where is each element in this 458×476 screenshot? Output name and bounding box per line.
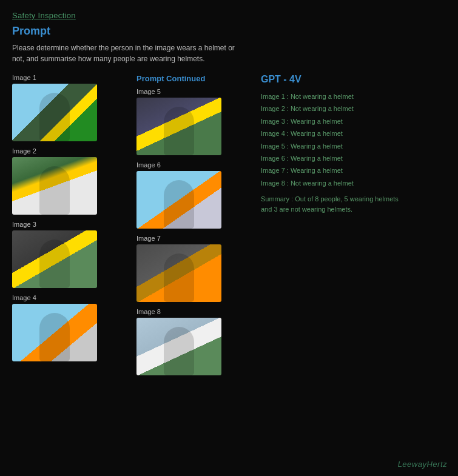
image-2-label: Image 2 — [12, 147, 118, 155]
gpt-result-6: Image 6 : Wearing a helmet — [261, 154, 446, 163]
gpt-result-3: Image 3 : Wearing a helmet — [261, 117, 446, 126]
right-column: GPT - 4V Image 1 : Not wearing a helmet … — [261, 74, 446, 381]
image-3-label: Image 3 — [12, 221, 118, 228]
gpt-summary: Summary : Out of 8 people, 5 wearing hel… — [261, 194, 400, 214]
image-block-6: Image 6 — [136, 161, 243, 229]
gpt-result-1: Image 1 : Not wearing a helmet — [261, 92, 446, 101]
image-6-label: Image 6 — [136, 161, 243, 169]
image-1-label: Image 1 — [12, 74, 118, 81]
image-7 — [136, 244, 221, 302]
main-content: Image 1 Image 2 Image 3 Image 4 Prompt C… — [12, 74, 446, 381]
image-block-5: Image 5 — [136, 88, 243, 155]
prompt-label: Prompt — [12, 25, 446, 38]
left-column: Image 1 Image 2 Image 3 Image 4 — [12, 74, 118, 381]
page-title: Safety Inspection — [12, 11, 446, 20]
image-4-label: Image 4 — [12, 294, 118, 301]
gpt-result-4: Image 4 : Wearing a helmet — [261, 129, 446, 138]
image-block-2: Image 2 — [12, 147, 118, 215]
gpt-title: GPT - 4V — [261, 74, 446, 85]
image-block-1: Image 1 — [12, 74, 118, 141]
image-8-label: Image 8 — [136, 308, 243, 315]
gpt-result-7: Image 7 : Wearing a helmet — [261, 166, 446, 175]
page-container: Safety Inspection Prompt Please determin… — [0, 0, 458, 476]
prompt-text: Please determine whether the person in t… — [12, 42, 243, 64]
image-block-8: Image 8 — [136, 308, 243, 375]
image-6 — [136, 171, 221, 229]
watermark: LeewayHertz — [398, 460, 447, 469]
prompt-continued-label: Prompt Continued — [136, 74, 243, 83]
middle-column: Prompt Continued Image 5 Image 6 Image 7… — [136, 74, 243, 381]
image-8 — [136, 318, 221, 375]
image-7-label: Image 7 — [136, 235, 243, 242]
image-block-3: Image 3 — [12, 221, 118, 288]
image-3 — [12, 230, 97, 288]
image-5 — [136, 98, 221, 155]
image-5-label: Image 5 — [136, 88, 243, 95]
gpt-result-5: Image 5 : Wearing a helmet — [261, 142, 446, 151]
image-block-4: Image 4 — [12, 294, 118, 361]
image-block-7: Image 7 — [136, 235, 243, 302]
gpt-result-8: Image 8 : Not wearing a helmet — [261, 179, 446, 188]
image-4 — [12, 304, 97, 361]
image-2 — [12, 157, 97, 215]
image-1 — [12, 84, 97, 141]
gpt-result-2: Image 2 : Not wearing a helmet — [261, 104, 446, 113]
